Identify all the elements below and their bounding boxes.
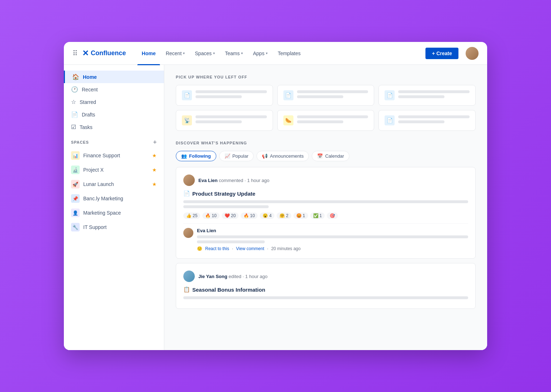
comment-section: Eva Lien 🙂 React to this · View comment …: [183, 223, 468, 251]
activity-header: Jie Yan Song edited · 1 hour ago: [183, 271, 468, 282]
doc-type-icon-2: 📋: [183, 286, 190, 293]
nav-spaces[interactable]: Spaces ▾: [190, 48, 219, 59]
sidebar-item-drafts[interactable]: 📄 Drafts: [64, 108, 164, 121]
logo-text: Confluence: [91, 49, 126, 57]
reaction-wow[interactable]: 😮 4: [260, 212, 274, 219]
space-item-projectx[interactable]: 🔬 Project X ★: [64, 163, 164, 177]
create-button[interactable]: + Create: [425, 48, 458, 59]
clock-icon: 🕐: [71, 86, 78, 93]
nav-recent[interactable]: Recent ▾: [161, 48, 189, 59]
recent-card[interactable]: 📄: [378, 110, 476, 131]
chevron-down-icon: ▾: [266, 51, 268, 55]
activity-avatar-2: [183, 271, 195, 282]
card-content: [398, 90, 470, 100]
app-window: ⠿ ✕ Confluence Home Recent ▾ Spaces ▾ Te…: [64, 42, 487, 350]
card-line: [196, 120, 242, 123]
activity-meta: Jie Yan Song edited · 1 hour ago: [198, 274, 268, 279]
reaction-target[interactable]: 🎯: [327, 212, 338, 219]
draft-icon: 📄: [71, 111, 78, 118]
grid-icon[interactable]: ⠿: [72, 49, 78, 58]
chevron-down-icon: ▾: [183, 51, 185, 55]
recent-card[interactable]: 📄: [277, 85, 375, 106]
reaction-check[interactable]: ✅ 1: [310, 212, 325, 219]
reaction-hug[interactable]: 🤗 2: [277, 212, 291, 219]
calendar-icon: 📅: [317, 153, 323, 159]
recent-cards-grid: 📄 📄 📄: [176, 85, 476, 131]
reactions: 👍 25 🔥 10 ❤️ 20 🔥 10 😮 4 🤗 2 😡 1 ✅ 1 🎯: [183, 212, 468, 219]
home-icon: 🏠: [72, 73, 79, 80]
doc-icon: 📄: [182, 90, 192, 100]
nav-apps[interactable]: Apps ▾: [249, 48, 272, 59]
filter-tab-popular[interactable]: 📈 Popular: [219, 151, 254, 161]
star-filled-icon: ★: [152, 167, 157, 173]
card-line: [297, 120, 343, 123]
avatar[interactable]: [466, 47, 479, 60]
logo[interactable]: ✕ Confluence: [82, 49, 126, 58]
card-content: [297, 90, 368, 100]
comment-line: [197, 235, 468, 238]
view-comment-link[interactable]: View comment: [236, 246, 264, 251]
card-content: [196, 90, 267, 100]
activity-card-2: Jie Yan Song edited · 1 hour ago 📋 Seaso…: [176, 263, 476, 309]
react-to-this-link[interactable]: React to this: [205, 246, 229, 251]
reaction-heart[interactable]: ❤️ 20: [222, 212, 239, 219]
space-icon-finance: 📊: [71, 151, 80, 160]
sidebar: 🏠 Home 🕐 Recent ☆ Starred 📄 Drafts ☑ Tas…: [64, 65, 164, 350]
activity-title[interactable]: 📄 Product Strategy Update: [183, 190, 468, 197]
sidebar-item-home[interactable]: 🏠 Home: [64, 71, 164, 83]
comment-line-short: [197, 240, 265, 243]
card-line: [196, 90, 267, 93]
activity-title-2[interactable]: 📋 Seasonal Bonus Information: [183, 286, 468, 293]
recent-card[interactable]: 📄: [176, 85, 273, 106]
commenter-name: Eva Lien: [197, 228, 468, 233]
main-content: PICK UP WHERE YOU LEFT OFF 📄 📄: [164, 65, 487, 350]
doc-type-icon: 📄: [183, 190, 190, 197]
card-line: [398, 115, 470, 118]
card-line: [297, 115, 368, 118]
card-content: [196, 115, 267, 125]
activity-line: [183, 200, 468, 203]
activity-avatar: [183, 175, 195, 186]
recent-card[interactable]: 📡: [176, 110, 273, 131]
recent-card[interactable]: 📄: [378, 85, 476, 106]
activity-meta: Eva Lien commented · 1 hour ago: [198, 178, 269, 183]
space-icon-it: 🔧: [71, 223, 80, 231]
space-icon-projectx: 🔬: [71, 166, 80, 174]
reaction-thumbsup[interactable]: 👍 25: [183, 212, 200, 219]
filter-tab-calendar[interactable]: 📅 Calendar: [312, 151, 349, 161]
sidebar-item-recent[interactable]: 🕐 Recent: [64, 83, 164, 96]
reaction-angry[interactable]: 😡 1: [293, 212, 308, 219]
avatar-image: [466, 47, 479, 60]
card-content: [398, 115, 470, 125]
card-line: [196, 115, 267, 118]
sidebar-item-starred[interactable]: ☆ Starred: [64, 96, 164, 108]
space-item-lunar[interactable]: 🚀 Lunar Launch ★: [64, 177, 164, 191]
reaction-fire[interactable]: 🔥 10: [202, 212, 219, 219]
nav-templates[interactable]: Templates: [273, 48, 305, 59]
nav-teams[interactable]: Teams ▾: [221, 48, 247, 59]
card-content: [297, 115, 368, 125]
commenter-avatar: [183, 228, 193, 238]
space-item-marketing[interactable]: 👤 Marketing Space: [64, 206, 164, 220]
card-line: [196, 95, 242, 98]
comment-footer: 🙂 React to this · View comment · 20 minu…: [197, 246, 468, 251]
discover-section-title: DISCOVER WHAT'S HAPPENING: [176, 141, 476, 145]
main-layout: 🏠 Home 🕐 Recent ☆ Starred 📄 Drafts ☑ Tas…: [64, 65, 487, 350]
task-icon: ☑: [71, 124, 76, 130]
nav-home[interactable]: Home: [137, 48, 160, 59]
card-line: [398, 90, 470, 93]
other-icon: 🌭: [283, 115, 293, 125]
filter-tab-following[interactable]: 👥 Following: [176, 151, 216, 161]
card-line: [297, 90, 368, 93]
space-item-it[interactable]: 🔧 IT Support: [64, 220, 164, 234]
activity-card-1: Eva Lien commented · 1 hour ago 📄 Produc…: [176, 167, 476, 259]
card-line: [398, 120, 444, 123]
filter-tab-announcements[interactable]: 📢 Announcements: [256, 151, 309, 161]
add-space-button[interactable]: +: [153, 139, 157, 145]
other-icon: 📡: [182, 115, 192, 125]
recent-card[interactable]: 🌭: [277, 110, 375, 131]
space-item-finance[interactable]: 📊 Finance Support ★: [64, 148, 164, 163]
space-item-bancly[interactable]: 📌 Banc.ly Marketing: [64, 191, 164, 206]
reaction-fire2[interactable]: 🔥 10: [241, 212, 258, 219]
sidebar-item-tasks[interactable]: ☑ Tasks: [64, 121, 164, 133]
